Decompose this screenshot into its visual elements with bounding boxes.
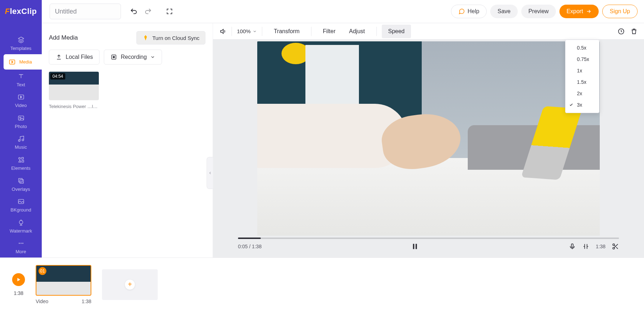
sidebar-item-more[interactable]: More [0,237,42,258]
save-button[interactable]: Save [490,5,517,18]
mic-icon[interactable] [569,243,576,250]
sidebar-item-music[interactable]: Music [0,132,42,153]
brand-logo[interactable]: FlexClip [0,0,42,23]
media-panel: Add Media Turn on Cloud Sync Local Files… [42,23,213,258]
fullscreen-icon[interactable] [163,5,176,18]
play-icon [16,277,21,282]
history-icon[interactable] [618,28,625,35]
zoom-value: 100% [237,28,250,34]
project-title-input[interactable] [50,4,121,19]
speed-option[interactable]: 0.75x [566,53,599,65]
tab-filter[interactable]: Filter [316,25,342,38]
overlay-icon [17,177,25,184]
sidebar-item-elements[interactable]: Elements [0,153,42,174]
help-label: Help [468,8,480,15]
speed-option[interactable]: 2x [566,88,599,99]
duration-badge: 04:54 [50,73,65,80]
history-controls [127,5,176,18]
clip-end-time: 1:38 [596,244,605,249]
text-icon [17,73,25,80]
sidebar-item-video[interactable]: Video [0,91,42,112]
media-item[interactable]: 04:54 Telekinesis Power …l.mp4 [49,72,99,109]
canvas-toolbar: 100% Transform Filter Adjust Speed 0.5x [213,23,644,40]
image-icon [17,114,25,122]
tab-transform[interactable]: Transform [267,25,306,38]
svg-point-4 [18,140,20,142]
sidebar-item-text[interactable]: Text [0,70,42,91]
add-clip-button[interactable]: + [102,269,158,300]
sidebar-item-watermark[interactable]: Watermark [0,216,42,237]
volume-icon[interactable] [219,28,227,35]
speed-option[interactable]: 1.5x [566,76,599,88]
preview-button[interactable]: Preview [521,5,556,18]
collapse-panel-handle[interactable] [207,157,213,189]
speed-option[interactable]: 0.5x [566,42,599,53]
plus-icon: + [125,280,135,290]
timeline-clip[interactable]: 01 Video 1:38 [36,265,91,304]
svg-rect-18 [416,244,417,249]
arrow-right-icon [586,9,592,14]
brand-text: FlexClip [5,7,37,16]
speed-option[interactable]: 1x [566,65,599,76]
shapes-icon [17,156,25,163]
more-icon [17,240,25,247]
progress-bar[interactable] [238,238,619,239]
split-icon[interactable] [582,243,589,250]
progress-fill [238,238,261,239]
chat-icon [458,8,465,15]
speed-option[interactable]: 3x [566,99,599,111]
clip-thumbnail: 01 [36,265,91,296]
sidebar-label: Watermark [10,228,32,234]
help-button[interactable]: Help [451,5,487,18]
signup-button[interactable]: Sign Up [602,5,638,18]
media-thumbnail: 04:54 [49,72,99,100]
layers-icon [17,36,25,44]
signup-label: Sign Up [610,8,630,15]
clip-label: Video [36,299,49,304]
zoom-control[interactable]: 100% [237,28,257,34]
local-files-button[interactable]: Local Files [49,50,100,65]
tab-adjust[interactable]: Adjust [343,25,371,38]
sidebar-item-overlays[interactable]: Overlays [0,174,42,195]
header-actions: Help Save Preview Export Sign Up [451,5,638,18]
left-sidebar: Templates Media Text Video Photo Music E… [0,23,42,258]
preview-label: Preview [528,8,549,15]
sidebar-item-photo[interactable]: Photo [0,111,42,132]
svg-point-13 [22,243,23,244]
redo-icon[interactable] [142,5,154,18]
svg-rect-8 [19,178,22,182]
svg-point-21 [613,248,614,249]
svg-point-3 [19,117,20,118]
svg-point-11 [19,243,20,244]
save-label: Save [497,8,510,15]
sidebar-label: BKground [11,207,31,213]
sidebar-item-templates[interactable]: Templates [0,33,42,54]
svg-rect-9 [20,179,23,183]
sidebar-item-bkground[interactable]: BKground [0,195,42,216]
svg-point-6 [19,157,20,159]
recording-button[interactable]: Recording [104,50,162,65]
cloud-sync-label: Turn on Cloud Sync [152,35,199,41]
sidebar-label: More [16,249,26,254]
folder-play-icon [9,58,16,65]
app-header: FlexClip Help Save Preview Export Sign U… [0,0,644,23]
transport-bar: 0:05 / 1:38 1:38 [213,243,644,258]
panel-title: Add Media [49,34,78,41]
chevron-down-icon [253,29,257,34]
video-preview[interactable] [257,41,600,236]
scissors-icon[interactable] [612,243,619,250]
pause-icon [411,243,419,250]
time-display: 0:05 / 1:38 [238,244,262,249]
timeline-play-button[interactable] [12,273,25,286]
cloud-sync-button[interactable]: Turn on Cloud Sync [136,31,206,45]
export-button[interactable]: Export [559,5,599,18]
undo-icon[interactable] [127,5,140,18]
speed-dropdown: 0.5x 0.75x 1x 1.5x 2x 3x [565,40,599,113]
trash-icon[interactable] [630,28,638,35]
sidebar-item-media[interactable]: Media [4,54,42,70]
svg-point-12 [20,243,21,244]
tab-speed[interactable]: Speed [382,25,411,38]
media-caption: Telekinesis Power …l.mp4 [49,104,99,109]
pause-button[interactable] [411,243,419,250]
sidebar-label: Templates [10,46,31,51]
